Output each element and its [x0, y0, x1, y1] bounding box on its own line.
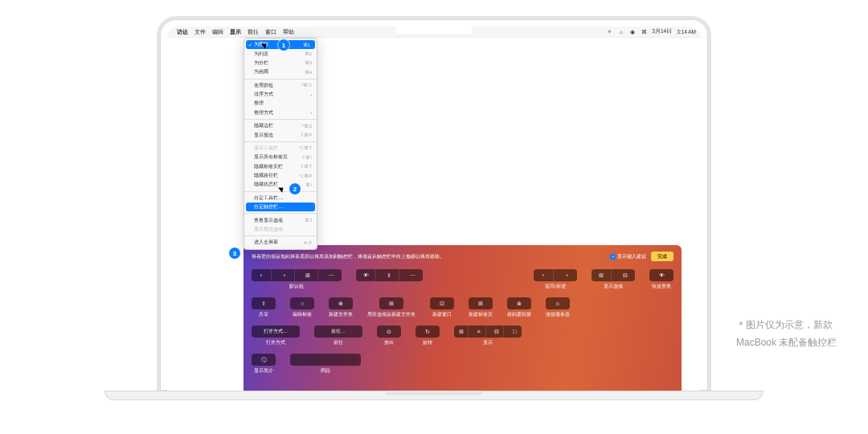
callout-badge-3: 3	[229, 248, 240, 259]
touchbar-item[interactable]: ⊞用所选项目新建文件夹	[367, 297, 416, 317]
touchbar-capsule[interactable]: 打开方式…	[252, 326, 300, 338]
touchbar-item[interactable]: ⊡新建窗口	[430, 297, 454, 317]
menu-shortcut: ⌘3	[305, 60, 312, 65]
touchbar-capsule[interactable]: ‹›⊞⋯	[252, 269, 342, 281]
callout-badge-2: 2	[289, 183, 301, 194]
menu-file[interactable]: 文件	[194, 28, 206, 36]
menu-item[interactable]: 整理	[244, 99, 317, 108]
menu-item[interactable]: 为分栏⌘3	[244, 59, 317, 68]
touchbar-capsule[interactable]: ⊞	[379, 297, 403, 309]
touchbar-capsule[interactable]: ⊞≡⊟□	[454, 326, 522, 338]
touchbar-item[interactable]: ⊙推出	[377, 326, 401, 346]
touchbar-item[interactable]: 打开方式…打开方式	[252, 326, 300, 346]
touchbar-capsule[interactable]: ⎌	[546, 297, 570, 309]
menu-item[interactable]: 排序方式›	[244, 90, 317, 99]
touchbar-item[interactable]: 👁⇪⋯	[356, 269, 423, 284]
typing-suggestions-checkbox[interactable]: ✓ 显示键入建议	[610, 253, 646, 260]
menu-item[interactable]: 隐藏路径栏⌥⌘P	[244, 171, 317, 180]
touchbar-item[interactable]: ‹›返回/前进	[534, 269, 577, 289]
menu-item-label: 整理	[254, 100, 264, 107]
touchbar-item-label: 新建窗口	[432, 312, 452, 317]
menubar-right: ᯤ ⌕ ◉ ⌘ 3月14日 3:14 AM	[607, 28, 696, 35]
touchbar-item[interactable]: 间距	[290, 354, 361, 374]
wifi-icon[interactable]: ᯤ	[607, 29, 613, 35]
control-center-icon[interactable]: ⌘	[641, 29, 647, 35]
menu-item[interactable]: 隐藏边栏^⌘S	[244, 121, 317, 130]
touchbar-item-label: 新建标签页	[469, 312, 493, 317]
menu-item[interactable]: 查看显示选项⌘J	[244, 215, 317, 224]
menu-window[interactable]: 窗口	[265, 28, 276, 36]
menu-item-label: 为画廊	[254, 68, 268, 76]
touchbar-capsule[interactable]: 👁	[649, 269, 674, 281]
touchbar-item-label: 显示选项	[604, 284, 623, 289]
touchbar-capsule[interactable]: ‹›	[534, 269, 577, 281]
menubar-date[interactable]: 3月14日	[652, 28, 672, 35]
touchbar-capsule[interactable]	[290, 354, 361, 366]
macbook-base	[104, 391, 764, 400]
touchbar-item[interactable]: ↻旋转	[416, 326, 440, 346]
menu-edit[interactable]: 编辑	[212, 28, 223, 36]
cursor-icon	[263, 42, 268, 50]
menubar-appname[interactable]: 访达	[177, 28, 188, 36]
touchbar-capsule[interactable]: 前往…	[314, 326, 362, 338]
menu-item-label: 为列表	[254, 51, 268, 58]
menu-view[interactable]: 显示	[230, 28, 241, 36]
touchbar-capsule[interactable]: ⊕	[329, 297, 353, 309]
menu-item[interactable]: 使用群组^⌘O	[244, 81, 317, 90]
touchbar-capsule[interactable]: ⊞⊟	[592, 269, 635, 281]
touchbar-item-label: 前往	[334, 340, 343, 346]
spotlight-icon[interactable]: ⌕	[618, 29, 624, 35]
menu-item[interactable]: 隐藏标签页栏⇧⌘T	[244, 162, 317, 171]
touchbar-capsule[interactable]: ⊗	[507, 297, 531, 309]
touchbar-capsule[interactable]: 👁⇪⋯	[356, 269, 423, 281]
touchbar-capsule[interactable]: ↻	[416, 326, 440, 338]
menu-separator	[244, 119, 317, 120]
checkmark-icon: ✓	[248, 43, 252, 47]
touchbar-item-label: 返回/前进	[545, 284, 566, 289]
menu-item-label: 隐藏标签页栏	[254, 163, 283, 170]
typing-suggestions-label: 显示键入建议	[617, 253, 646, 260]
touchbar-item[interactable]: ⊗移到废纸篓	[507, 297, 531, 317]
touchbar-item[interactable]: ⊞≡⊟□显示	[454, 326, 522, 346]
touchbar-item-label: 显示	[483, 340, 493, 346]
touchbar-capsule[interactable]: ⓘ	[252, 354, 276, 366]
done-button[interactable]: 完成	[651, 252, 674, 261]
touchbar-capsule[interactable]: ⊙	[377, 326, 401, 338]
touchbar-capsule[interactable]: ⇧	[252, 297, 276, 309]
touchbar-item[interactable]: ⊕新建文件夹	[329, 297, 353, 317]
user-icon[interactable]: ◉	[629, 29, 636, 35]
menu-item[interactable]: 自定工具栏…	[244, 194, 317, 203]
menu-item[interactable]: 显示预览⇧⌘P	[244, 130, 317, 139]
touchbar-item[interactable]: ⊞⊟显示选项	[592, 269, 635, 289]
menu-separator	[244, 235, 317, 236]
menubar-time[interactable]: 3:14 AM	[677, 29, 696, 35]
menu-shortcut: ⌘4	[305, 70, 312, 75]
menubar-menus: 访达 文件 编辑 显示 前往 窗口 帮助	[177, 28, 294, 36]
menu-go[interactable]: 前往	[248, 28, 259, 36]
touchbar-item[interactable]: 前往…前往	[314, 326, 362, 346]
menu-item: 显示工具栏⌥⌘T	[244, 144, 317, 153]
menu-item-label: 显示预览选项	[254, 226, 283, 233]
menu-item[interactable]: 自定触控栏…	[246, 203, 315, 211]
touchbar-item[interactable]: ⓘ显示简介	[252, 354, 276, 374]
menu-item[interactable]: 整理方式›	[244, 108, 317, 117]
touchbar-item[interactable]: ○编辑标签	[290, 297, 314, 317]
touchbar-item[interactable]: ⇧共享	[252, 297, 276, 317]
menu-help[interactable]: 帮助	[283, 28, 294, 36]
screen: 访达 文件 编辑 显示 前往 窗口 帮助 ᯤ ⌕ ◉ ⌘ 3月14日 3:14 …	[167, 27, 701, 391]
menu-item[interactable]: 显示所有标签页⇧⌘\	[244, 153, 317, 162]
menu-item[interactable]: 为列表⌘2	[244, 49, 317, 58]
touchbar-item[interactable]: 👁快速查看	[649, 269, 674, 289]
touchbar-hint-text: 将喜爱的项目拖到屏幕底部以将其添加到触控栏，将项目从触控栏中向上拖移以将其移除。	[252, 253, 605, 260]
macbook-frame: 访达 文件 编辑 显示 前往 窗口 帮助 ᯤ ⌕ ◉ ⌘ 3月14日 3:14 …	[157, 16, 711, 391]
touchbar-capsule[interactable]: ○	[290, 297, 314, 309]
touchbar-item[interactable]: ‹›⊞⋯默认组	[252, 269, 342, 289]
menu-item[interactable]: 进入全屏幕fn F	[244, 238, 317, 247]
touchbar-item[interactable]: ⎌连接服务器	[546, 297, 570, 317]
menu-item[interactable]: 为画廊⌘4	[244, 68, 317, 76]
touchbar-items-grid: ‹›⊞⋯默认组👁⇪⋯‹›返回/前进⊞⊟显示选项👁快速查看⇧共享○编辑标签⊕新建文…	[252, 269, 674, 374]
touchbar-capsule[interactable]: ⊡	[430, 297, 454, 309]
touchbar-item[interactable]: ⊞新建标签页	[469, 297, 493, 317]
menu-shortcut: ⌥⌘T	[298, 145, 312, 150]
touchbar-capsule[interactable]: ⊞	[469, 297, 493, 309]
